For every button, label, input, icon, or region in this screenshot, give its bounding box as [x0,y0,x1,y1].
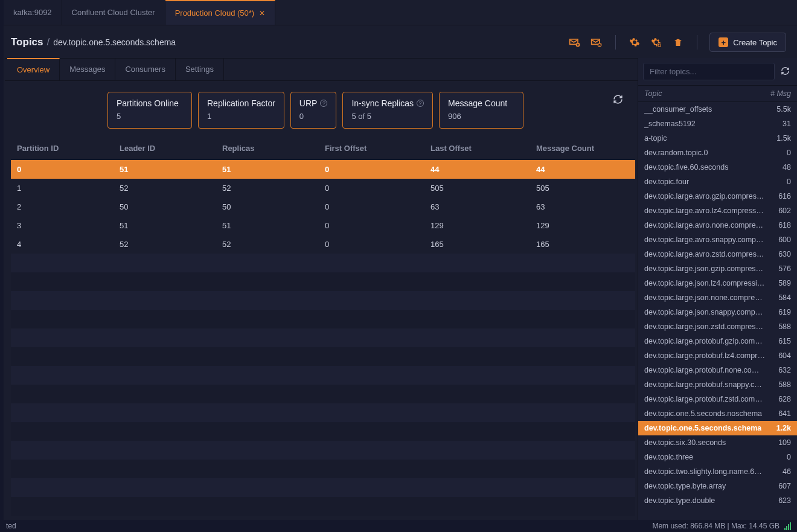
empty-row [11,347,635,366]
stat-value: 906 [448,112,514,121]
partition-cell: 51 [222,165,325,174]
topic-row[interactable]: dev.topic.large.protobuf.none.compre...6… [638,363,797,377]
stat-card: URP?0 [290,92,337,129]
partition-cell: 505 [536,184,638,193]
topic-row[interactable]: dev.topic.large.protobuf.lz4.compressi..… [638,348,797,363]
topic-name: dev.topic.large.avro.none.compression [644,221,765,229]
topic-name: dev.topic.large.json.zstd.compression [644,322,765,331]
status-left: ted [6,522,16,530]
partition-col-header[interactable]: Replicas [222,144,325,153]
empty-row [11,291,635,310]
topic-row[interactable]: dev.topic.large.avro.zstd.compression630 [638,247,797,261]
mail-remove-icon[interactable] [590,36,603,49]
tab-label: Production Cloud (50*) [175,8,255,18]
status-memory: Mem used: 866.84 MB | Max: 14.45 GB [652,522,779,530]
topic-row[interactable]: __consumer_offsets5.5k [638,102,797,117]
topic-row[interactable]: dev.topic.one.5.seconds.noschema641 [638,406,797,421]
refresh-topics-icon[interactable] [778,65,792,79]
sub-tab-settings[interactable]: Settings [176,59,224,80]
topic-row[interactable]: dev.topic.six.30.seconds109 [638,435,797,450]
partition-cell: 0 [325,240,431,249]
topic-row[interactable]: dev.topic.large.json.lz4.compression589 [638,276,797,290]
sub-tab-overview[interactable]: Overview [7,58,60,80]
topic-name: dev.topic.large.avro.zstd.compression [644,250,765,258]
topic-row[interactable]: _schemas519231 [638,117,797,131]
topic-col-msg: # Msg [770,89,791,98]
cluster-tab-strip: kafka:9092Confluent Cloud ClusterProduct… [0,0,797,25]
partition-row[interactable]: 152520505505 [11,179,635,197]
topic-name: _schemas5192 [644,120,696,128]
partition-cell: 51 [222,221,325,230]
partition-table-empty-area [11,254,635,516]
left-gutter [0,0,4,532]
mail-add-icon[interactable] [568,36,581,49]
topic-row[interactable]: dev.topic.large.json.none.compression584 [638,290,797,305]
stats-row: Partitions Online5Replication Factor1URP… [5,81,638,137]
partition-cell: 50 [222,202,325,211]
topic-row[interactable]: dev.topic.type.byte.array607 [638,479,797,493]
trash-icon[interactable] [671,36,685,49]
topic-row[interactable]: a-topic1.5k [638,131,797,146]
breadcrumb-section[interactable]: Topics [11,36,43,48]
topic-row[interactable]: dev.topic.large.protobuf.snappy.comp...5… [638,377,797,392]
stat-card: Replication Factor1 [198,92,284,129]
cluster-tab[interactable]: kafka:9092 [4,0,62,25]
topic-row[interactable]: dev.topic.large.json.gzip.compression576 [638,261,797,276]
header-divider-2 [697,35,697,50]
topic-row[interactable]: dev.topic.three0 [638,450,797,464]
close-icon[interactable]: ✕ [259,9,265,18]
filter-topics-input[interactable] [643,63,775,80]
topic-name: a-topic [644,134,667,143]
topic-row[interactable]: dev.topic.two.slighty.long.name.60.sec..… [638,464,797,479]
help-icon[interactable]: ? [417,100,424,107]
stat-title: In-sync Replicas? [351,98,424,108]
topic-msg-count: 5.5k [776,105,791,114]
cluster-tab[interactable]: Confluent Cloud Cluster [62,0,165,25]
refresh-stats-icon[interactable] [610,92,626,110]
create-topic-button[interactable]: + Create Topic [709,33,786,52]
topic-row[interactable]: dev.topic.one.5.seconds.schema1.2k [638,421,797,435]
partition-cell: 2 [17,202,120,211]
topic-name: dev.topic.four [644,178,689,186]
topic-msg-count: 615 [778,337,791,345]
cluster-tab[interactable]: Production Cloud (50*)✕ [165,0,276,25]
topic-list[interactable]: __consumer_offsets5.5k_schemas519231a-to… [638,102,797,532]
topic-row[interactable]: dev.topic.type.double623 [638,493,797,508]
partition-row[interactable]: 452520165165 [11,235,635,254]
topic-row[interactable]: dev.topic.large.protobuf.zstd.compres...… [638,392,797,406]
partition-col-header[interactable]: Last Offset [431,144,536,153]
topic-row[interactable]: dev.topic.large.json.zstd.compression588 [638,319,797,334]
topic-row[interactable]: dev.topic.large.protobuf.gzip.compress..… [638,334,797,348]
partition-cell: 0 [325,221,431,230]
gear-icon[interactable] [628,36,641,49]
topic-row[interactable]: dev.random.topic.00 [638,146,797,160]
topic-row[interactable]: dev.topic.large.json.snappy.compression6… [638,305,797,319]
topic-row[interactable]: dev.topic.five.60.seconds48 [638,160,797,175]
sub-tab-messages[interactable]: Messages [60,59,115,80]
topic-row[interactable]: dev.topic.large.avro.none.compression618 [638,218,797,232]
topic-msg-count: 618 [778,221,791,229]
status-right: Mem used: 866.84 MB | Max: 14.45 GB [652,522,791,530]
partition-col-header[interactable]: Message Count [536,144,638,153]
topic-row[interactable]: dev.topic.four0 [638,175,797,189]
partition-col-header[interactable]: Partition ID [17,144,120,153]
sub-tab-bar: OverviewMessagesConsumersSettings [5,58,638,81]
sub-tab-consumers[interactable]: Consumers [115,59,175,80]
partition-row[interactable]: 351510129129 [11,216,635,235]
header-actions: + Create Topic [568,33,786,52]
topic-row[interactable]: dev.topic.large.avro.gzip.compression616 [638,189,797,204]
topic-row[interactable]: dev.topic.large.avro.lz4.compression602 [638,204,797,218]
topic-msg-count: 576 [778,264,791,273]
stat-title: URP? [299,98,328,108]
partition-col-header[interactable]: First Offset [325,144,431,153]
partition-col-header[interactable]: Leader ID [120,144,222,153]
help-icon[interactable]: ? [320,100,327,107]
topic-msg-count: 584 [778,293,791,302]
topic-row[interactable]: dev.topic.large.avro.snappy.compression6… [638,232,797,247]
empty-row [11,403,635,422]
breadcrumb: Topics / dev.topic.one.5.seconds.schema [11,36,176,48]
partition-row[interactable]: 2505006363 [11,197,635,216]
topic-name: dev.topic.type.byte.array [644,482,726,490]
gear-refresh-icon[interactable] [650,36,663,49]
partition-row[interactable]: 0515104444 [11,160,635,179]
